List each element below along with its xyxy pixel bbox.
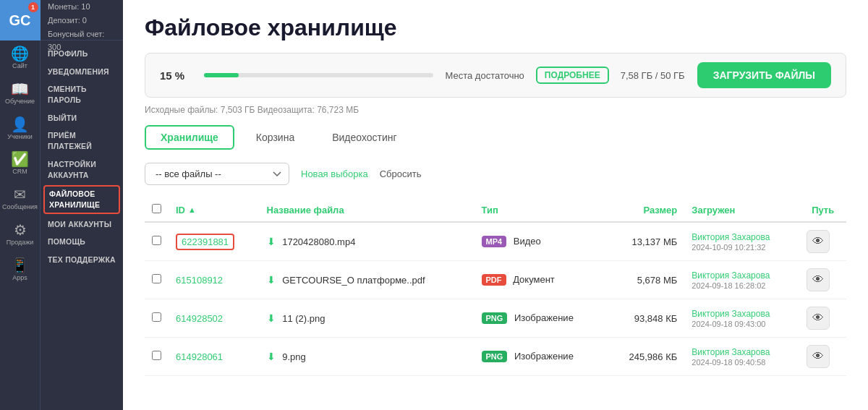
row-filename-cell: ⬇ 1720428080.mp4 bbox=[260, 222, 475, 261]
row-path-cell: 👁 bbox=[799, 222, 846, 261]
row-checkbox-cell bbox=[145, 338, 169, 376]
sidebar-icon-students[interactable]: 👤 Ученики bbox=[0, 111, 41, 147]
storage-bar: 15 % Места достаточно ПОДРОБНЕЕ 7,58 ГБ … bbox=[145, 53, 846, 98]
row-checkbox[interactable] bbox=[152, 274, 161, 283]
sidebar-icon-messages[interactable]: ✉ Сообщения bbox=[0, 181, 41, 217]
row-filename-cell: ⬇ GETCOURSE_О платформе..pdf bbox=[260, 261, 475, 299]
learn-icon: 📖 bbox=[11, 82, 29, 96]
row-checkbox-cell bbox=[145, 261, 169, 299]
download-icon[interactable]: ⬇ bbox=[267, 351, 276, 362]
th-size: Размер bbox=[607, 198, 685, 222]
file-name: 1720428080.mp4 bbox=[282, 236, 355, 247]
sort-arrow-icon: ▲ bbox=[188, 205, 196, 214]
row-path-cell: 👁 bbox=[799, 261, 846, 299]
reset-filter-link[interactable]: Сбросить bbox=[380, 168, 422, 179]
download-icon[interactable]: ⬇ bbox=[267, 274, 276, 286]
view-file-button[interactable]: 👁 bbox=[807, 345, 830, 368]
row-checkbox-cell bbox=[145, 299, 169, 338]
filter-row: -- все файлы -- Новая выборка Сбросить bbox=[145, 163, 846, 185]
file-id[interactable]: 622391881 bbox=[176, 234, 234, 250]
storage-detail-button[interactable]: ПОДРОБНЕЕ bbox=[536, 67, 609, 84]
view-file-button[interactable]: 👁 bbox=[807, 307, 830, 330]
upload-date: 2024-10-09 10:21:32 bbox=[692, 243, 792, 252]
nav-item-notifications[interactable]: УВЕДОМЛЕНИЯ bbox=[41, 63, 123, 81]
crm-label: CRM bbox=[12, 168, 27, 176]
sidebar-icon-learn[interactable]: 📖 Обучение bbox=[0, 76, 41, 111]
upload-files-button[interactable]: ЗАГРУЗИТЬ ФАЙЛЫ bbox=[697, 62, 831, 88]
tab-trash[interactable]: Корзина bbox=[240, 125, 310, 150]
nav-item-change-password[interactable]: СМЕНИТЬ ПАРОЛЬ bbox=[41, 80, 123, 108]
select-all-checkbox[interactable] bbox=[152, 204, 161, 213]
table-row: 614928502 ⬇ 11 (2).png PNG Изображение 9… bbox=[145, 299, 846, 338]
storage-progress-wrap bbox=[204, 73, 433, 77]
nav-item-help[interactable]: ПОМОЩЬ bbox=[41, 233, 123, 251]
storage-subtext: Исходные файлы: 7,503 ГБ Видеозащита: 76… bbox=[145, 105, 846, 115]
uploader-name: Виктория Захарова bbox=[692, 308, 792, 320]
nav-item-payments[interactable]: ПРИЁМ ПЛАТЕЖЕЙ bbox=[41, 127, 123, 155]
download-icon[interactable]: ⬇ bbox=[267, 312, 276, 324]
row-id-cell: 614928061 bbox=[169, 338, 260, 376]
apps-icon: 📱 bbox=[11, 258, 29, 273]
type-badge-pdf: PDF bbox=[482, 274, 506, 286]
tab-videohosting[interactable]: Видеохостинг bbox=[316, 125, 412, 150]
site-label: Сайт bbox=[12, 62, 27, 70]
row-size-cell: 13,137 МБ bbox=[607, 222, 685, 261]
row-id-cell: 622391881 bbox=[169, 222, 260, 261]
view-file-button[interactable]: 👁 bbox=[807, 230, 830, 253]
new-selection-link[interactable]: Новая выборка bbox=[301, 168, 368, 179]
row-path-cell: 👁 bbox=[799, 338, 846, 376]
download-icon[interactable]: ⬇ bbox=[267, 236, 276, 247]
row-uploader-cell: Виктория Захарова 2024-09-18 16:28:02 bbox=[684, 261, 799, 299]
row-size-cell: 245,986 КБ bbox=[607, 338, 685, 376]
nav-item-my-accounts[interactable]: МОИ АККАУНТЫ bbox=[41, 215, 123, 234]
sidebar-icon-apps[interactable]: 📱 Apps bbox=[0, 252, 41, 288]
icon-nav: 🌐 Сайт📖 Обучение👤 Ученики✅ CRM✉ Сообщени… bbox=[0, 40, 41, 288]
sidebar-icon-crm[interactable]: ✅ CRM bbox=[0, 146, 41, 181]
nav-item-support[interactable]: ТЕХ ПОДДЕРЖКА bbox=[41, 251, 123, 269]
type-badge-mp4: MP4 bbox=[482, 236, 507, 247]
type-name: Видео bbox=[514, 236, 541, 247]
file-name: 11 (2).png bbox=[282, 313, 325, 324]
files-table: ID ▲ Название файла Тип Размер Загружен … bbox=[145, 198, 846, 376]
row-checkbox[interactable] bbox=[152, 236, 161, 245]
table-header: ID ▲ Название файла Тип Размер Загружен … bbox=[145, 198, 846, 222]
row-uploader-cell: Виктория Захарова 2024-10-09 10:21:32 bbox=[684, 222, 799, 261]
file-id[interactable]: 615108912 bbox=[176, 275, 223, 286]
students-icon: 👤 bbox=[11, 117, 29, 132]
sidebar-icon-site[interactable]: 🌐 Сайт bbox=[0, 40, 41, 76]
uploader-name: Виктория Захарова bbox=[692, 346, 792, 359]
upload-date: 2024-09-18 09:40:58 bbox=[692, 358, 792, 367]
file-id[interactable]: 614928061 bbox=[176, 351, 223, 362]
messages-label: Сообщения bbox=[2, 203, 38, 211]
storage-size: 7,58 ГБ / 50 ГБ bbox=[621, 70, 686, 81]
crm-icon: ✅ bbox=[11, 152, 29, 166]
nav-item-settings[interactable]: НАСТРОЙКИ АККАУНТА bbox=[41, 155, 123, 184]
sidebar-icons-column: GC 1 🌐 Сайт📖 Обучение👤 Ученики✅ CRM✉ Соо… bbox=[0, 0, 41, 410]
type-badge-png: PNG bbox=[482, 351, 508, 362]
th-path: Путь bbox=[799, 198, 846, 222]
row-type-cell: PNG Изображение bbox=[475, 299, 607, 338]
th-type: Тип bbox=[475, 198, 607, 222]
row-checkbox[interactable] bbox=[152, 312, 161, 322]
file-id[interactable]: 614928502 bbox=[176, 313, 223, 324]
nav-item-logout[interactable]: ВЫЙТИ bbox=[41, 109, 123, 127]
nav-item-profil[interactable]: ПРОФИЛЬ bbox=[41, 45, 123, 63]
type-name: Документ bbox=[513, 274, 555, 285]
type-name: Изображение bbox=[514, 351, 574, 362]
sidebar-icon-sales[interactable]: ⚙ Продажи bbox=[0, 217, 41, 252]
nav-menu: ПРОФИЛЬУВЕДОМЛЕНИЯСМЕНИТЬ ПАРОЛЬВЫЙТИПРИ… bbox=[41, 40, 123, 410]
sidebar: GC 1 🌐 Сайт📖 Обучение👤 Ученики✅ CRM✉ Соо… bbox=[0, 0, 123, 410]
view-file-button[interactable]: 👁 bbox=[807, 268, 830, 291]
row-checkbox-cell bbox=[145, 222, 169, 261]
tab-storage[interactable]: Хранилище bbox=[145, 125, 234, 150]
row-type-cell: PNG Изображение bbox=[475, 338, 607, 376]
storage-status: Места достаточно bbox=[445, 70, 524, 81]
th-checkbox bbox=[145, 198, 169, 222]
nav-item-storage[interactable]: ФАЙЛОВОЕ ХРАНИЛИЩЕ bbox=[43, 185, 120, 213]
file-filter-select[interactable]: -- все файлы -- bbox=[145, 163, 289, 185]
learn-label: Обучение bbox=[5, 98, 35, 106]
messages-icon: ✉ bbox=[14, 187, 26, 202]
storage-progress-fill bbox=[204, 73, 239, 77]
row-checkbox[interactable] bbox=[152, 351, 161, 360]
page-title: Файловое хранилище bbox=[145, 14, 846, 41]
